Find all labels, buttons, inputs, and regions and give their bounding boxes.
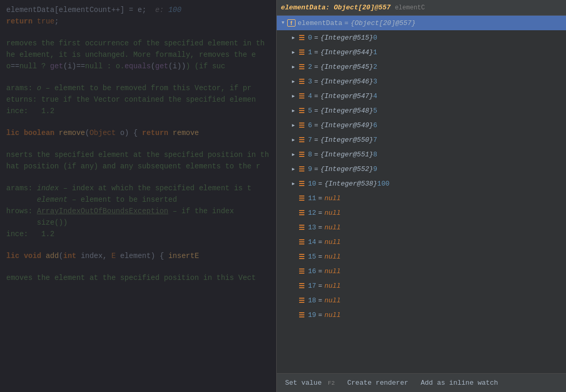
var-eq: = xyxy=(318,297,323,304)
list-item[interactable]: 16 = null xyxy=(277,264,566,278)
list-item[interactable]: 15 = null xyxy=(277,249,566,264)
list-item[interactable]: 17 = null xyxy=(277,278,566,293)
list-item[interactable]: ▶7 = {Integer@550} 7 xyxy=(277,132,566,147)
list-item[interactable]: 12 = null xyxy=(277,205,566,220)
var-ref: {Integer@552} xyxy=(321,165,373,173)
expand-arrow[interactable]: ▶ xyxy=(289,165,298,173)
list-item[interactable]: ▶4 = {Integer@547} 4 xyxy=(277,89,566,103)
expand-arrow[interactable]: ▶ xyxy=(289,92,298,100)
var-ref: {Integer@546} xyxy=(321,78,373,85)
field-icon-function: f xyxy=(287,19,296,27)
field-icon-lines xyxy=(298,121,306,129)
create-renderer-button[interactable]: Create renderer xyxy=(347,379,408,387)
var-index: 4 xyxy=(308,92,312,100)
expand-arrow[interactable]: ▶ xyxy=(289,33,298,42)
var-ref: {Integer@545} xyxy=(321,63,373,71)
field-icon-lines xyxy=(298,180,306,187)
var-val-root: {Object[20]@557} xyxy=(351,19,416,27)
var-ref: {Integer@544} xyxy=(321,48,373,56)
variable-root-row[interactable]: ▼ f elementData = {Object[20]@557} xyxy=(277,16,566,30)
field-icon-lines xyxy=(298,209,306,216)
field-icon-lines xyxy=(298,165,306,173)
field-icon-lines xyxy=(298,78,306,85)
var-value-null: null xyxy=(324,253,340,261)
list-item[interactable]: 13 = null xyxy=(277,220,566,235)
variables-list[interactable]: ▼ f elementData = {Object[20]@557} ▶0 = … xyxy=(277,16,566,373)
field-icon-lines xyxy=(298,107,306,114)
field-icon-lines xyxy=(298,48,306,56)
var-index: 7 xyxy=(308,136,312,144)
list-item[interactable]: ▶9 = {Integer@552} 9 xyxy=(277,162,566,176)
var-value-null: null xyxy=(324,311,340,319)
list-item[interactable]: 18 = null xyxy=(277,293,566,308)
var-value: 6 xyxy=(373,121,377,129)
expand-arrow[interactable]: ▶ xyxy=(289,136,298,144)
expand-arrow[interactable]: ▶ xyxy=(289,106,298,115)
var-ref: {Integer@538} xyxy=(324,180,377,188)
list-item[interactable]: ▶8 = {Integer@551} 8 xyxy=(277,147,566,162)
list-item[interactable]: 14 = null xyxy=(277,235,566,249)
header-variable-name: elementData: Object[20]@557 xyxy=(281,4,391,11)
var-eq: = xyxy=(318,224,323,231)
var-index: 9 xyxy=(308,165,312,173)
list-item[interactable]: ▶5 = {Integer@548} 5 xyxy=(277,103,566,118)
var-eq: = xyxy=(318,209,323,217)
expand-arrow[interactable]: ▶ xyxy=(289,179,298,188)
var-items-container: ▶0 = {Integer@515} 0▶1 = {Integer@544} 1… xyxy=(277,30,566,322)
var-eq: = xyxy=(314,136,318,144)
var-eq: = xyxy=(314,92,318,100)
editor-overlay xyxy=(0,0,276,392)
expand-arrow[interactable]: ▶ xyxy=(289,63,298,71)
field-icon-lines xyxy=(298,194,306,202)
list-item[interactable]: ▶2 = {Integer@545} 2 xyxy=(277,59,566,74)
set-value-shortcut: F2 xyxy=(328,380,335,386)
code-editor-panel: elementData[elementCount++] = e; e: 100 … xyxy=(0,0,276,392)
expand-arrow[interactable]: ▶ xyxy=(289,77,298,85)
var-value: 5 xyxy=(373,107,377,115)
var-index: 16 xyxy=(308,267,316,275)
var-value-null: null xyxy=(324,297,340,304)
expand-arrow[interactable]: ▶ xyxy=(289,121,298,129)
var-ref: {Integer@551} xyxy=(321,151,373,158)
var-index: 1 xyxy=(308,48,312,56)
var-eq: = xyxy=(314,107,318,115)
var-eq: = xyxy=(318,282,323,290)
var-index: 19 xyxy=(308,311,316,319)
var-eq: = xyxy=(318,180,323,188)
header-extra: elementC xyxy=(395,4,425,11)
var-value-null: null xyxy=(324,224,340,231)
var-eq: = xyxy=(314,121,318,129)
var-index: 10 xyxy=(308,180,316,188)
set-value-button[interactable]: Set value F2 xyxy=(285,379,335,387)
field-icon-lines xyxy=(298,238,306,246)
var-index: 0 xyxy=(308,34,312,42)
expand-arrow-root[interactable]: ▼ xyxy=(279,19,287,27)
bottom-toolbar: Set value F2 Create renderer Add as inli… xyxy=(277,373,566,392)
var-value: 7 xyxy=(373,136,377,144)
var-index: 12 xyxy=(308,209,316,217)
expand-arrow[interactable]: ▶ xyxy=(289,150,298,158)
var-eq: = xyxy=(318,194,323,202)
var-eq: = xyxy=(344,19,349,27)
list-item[interactable]: 19 = null xyxy=(277,308,566,322)
var-index: 14 xyxy=(308,238,316,246)
var-ref: {Integer@515} xyxy=(321,34,373,42)
var-value: 9 xyxy=(373,165,377,173)
var-eq: = xyxy=(318,267,323,275)
expand-arrow[interactable]: ▶ xyxy=(289,48,298,56)
var-index: 11 xyxy=(308,194,316,202)
var-index: 15 xyxy=(308,253,316,261)
list-item[interactable]: ▶1 = {Integer@544} 1 xyxy=(277,45,566,59)
var-value: 2 xyxy=(373,63,377,71)
list-item[interactable]: ▶10 = {Integer@538} 100 xyxy=(277,176,566,191)
field-icon-lines xyxy=(298,267,306,275)
var-value-null: null xyxy=(324,209,340,217)
list-item[interactable]: ▶6 = {Integer@549} 6 xyxy=(277,118,566,132)
var-eq: = xyxy=(314,34,318,42)
list-item[interactable]: 11 = null xyxy=(277,191,566,205)
add-inline-watch-button[interactable]: Add as inline watch xyxy=(421,379,498,387)
var-eq: = xyxy=(314,63,318,71)
list-item[interactable]: ▶3 = {Integer@546} 3 xyxy=(277,74,566,89)
var-index: 2 xyxy=(308,63,312,71)
list-item[interactable]: ▶0 = {Integer@515} 0 xyxy=(277,30,566,45)
